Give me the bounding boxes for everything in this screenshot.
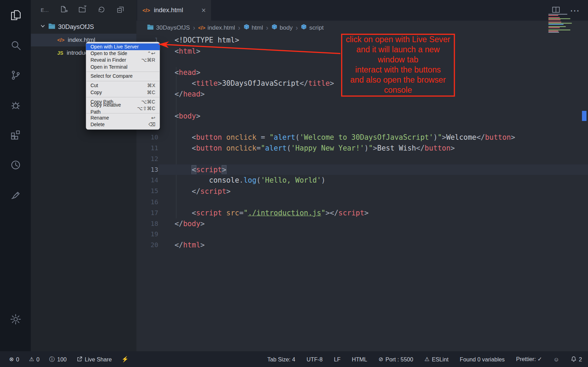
status-found-variables[interactable]: Found 0 variables	[460, 356, 505, 362]
menu-separator	[86, 71, 159, 72]
status-tab-size[interactable]: Tab Size: 4	[267, 356, 295, 362]
code-line-11[interactable]: 11 <button onclick="alert('Happy New Yea…	[136, 143, 588, 153]
tab-bar: </> index.html × ⋯	[136, 0, 588, 21]
code-line-9[interactable]: 9	[136, 121, 588, 132]
breadcrumb-item-html[interactable]: html	[243, 24, 263, 31]
code-line-15[interactable]: 15 </script>	[136, 186, 588, 197]
code-line-18[interactable]: 18</body>	[136, 218, 588, 229]
menu-item-copy[interactable]: Copy⌘C	[86, 89, 160, 96]
menu-item-label: Rename	[90, 115, 109, 121]
status-prettier[interactable]: Prettier: ✓	[516, 356, 542, 362]
tree-item-root-folder[interactable]: 30DaysOfJS	[31, 20, 137, 34]
minimap-line	[549, 30, 571, 30]
line-content: <script src="./introduction.js"></script…	[158, 207, 588, 218]
root-folder-label: 30DaysOfJS	[58, 23, 94, 31]
menu-item-delete[interactable]: Delete⌫	[86, 121, 160, 128]
line-number: 19	[136, 229, 158, 240]
status-live-server-port[interactable]: ⊘Port : 5500	[378, 356, 413, 362]
line-number: 10	[136, 132, 158, 143]
menu-item-label: Open to the Side	[90, 50, 127, 57]
code-line-16[interactable]: 16	[136, 197, 588, 207]
breadcrumb-separator: ›	[238, 24, 240, 32]
status-label: LF	[334, 356, 340, 362]
collapse-folders-icon[interactable]	[116, 6, 124, 15]
eslint-warning-icon: ⚠	[424, 356, 430, 362]
bell-icon	[571, 356, 576, 362]
line-content: </body>	[158, 218, 588, 229]
status-eol[interactable]: LF	[334, 356, 340, 362]
overview-ruler-marker	[582, 111, 587, 121]
menu-item-label: Select for Compare	[90, 73, 133, 80]
breadcrumb: 30DaysOfJS › </> index.html › html › bod…	[136, 21, 588, 35]
status-label: 0	[36, 356, 39, 362]
status-left: ⊗0⚠0ⓘ100Live Share⚡	[9, 355, 129, 362]
symbol-cube-icon	[271, 24, 277, 31]
menu-item-open-in-terminal[interactable]: Open in Terminal	[86, 64, 160, 70]
new-file-icon[interactable]	[60, 6, 68, 15]
code-line-14[interactable]: 14 console.log('Hello, World')	[136, 175, 588, 186]
new-folder-icon[interactable]	[78, 6, 86, 15]
annotation-box: click on open with Live Severand it will…	[341, 34, 455, 97]
refresh-icon[interactable]	[97, 6, 105, 15]
menu-item-label: Reveal in Finder	[90, 57, 126, 63]
port-icon: ⊘	[378, 356, 383, 362]
code-line-10[interactable]: 10 <button onclick = "alert('Welcome to …	[136, 132, 588, 143]
search-icon[interactable]	[0, 30, 31, 60]
status-error-count[interactable]: ⊗0	[9, 356, 19, 362]
breadcrumb-item-file[interactable]: </> index.html	[198, 24, 235, 31]
menu-separator	[86, 97, 159, 97]
line-content: <button onclick="alert('Happy New Year!'…	[158, 143, 588, 153]
status-encoding[interactable]: UTF-8	[307, 356, 323, 362]
code-line-12[interactable]: 12	[136, 153, 588, 164]
tab-index-html[interactable]: </> index.html ×	[137, 0, 211, 21]
line-content: console.log('Hello, World')	[158, 175, 588, 186]
code-line-19[interactable]: 19	[136, 229, 588, 240]
status-label: 100	[57, 356, 67, 362]
menu-item-rename[interactable]: Rename↩	[86, 115, 160, 121]
status-live-share[interactable]: Live Share	[76, 356, 112, 362]
code-line-8[interactable]: 8<body>	[136, 110, 588, 121]
html-file-icon: </>	[57, 37, 64, 43]
info-icon: ⓘ	[49, 355, 55, 362]
breadcrumb-item-script[interactable]: script	[301, 24, 324, 31]
line-number: 15	[136, 186, 158, 197]
status-label: HTML	[352, 356, 367, 362]
debug-icon[interactable]	[0, 90, 31, 120]
more-actions-icon[interactable]: ⋯	[570, 7, 580, 14]
close-tab-icon[interactable]: ×	[201, 6, 206, 15]
breadcrumb-item-body[interactable]: body	[271, 24, 293, 31]
line-content	[158, 197, 588, 207]
status-right: Tab Size: 4UTF-8LFHTML⊘Port : 5500⚠ESLin…	[267, 356, 582, 362]
menu-item-shortcut: ⌘C	[147, 89, 155, 96]
code-line-20[interactable]: 20</html>	[136, 240, 588, 251]
menu-item-copy-relative-path[interactable]: Copy Relative Path⌥⇧⌘C	[86, 105, 160, 112]
line-content: <body>	[158, 110, 588, 121]
explorer-icon[interactable]	[0, 0, 31, 30]
line-content	[158, 153, 588, 164]
menu-item-cut[interactable]: Cut⌘X	[86, 82, 160, 89]
menu-item-select-for-compare[interactable]: Select for Compare	[86, 73, 160, 80]
code-line-17[interactable]: 17 <script src="./introduction.js"></scr…	[136, 207, 588, 218]
menu-item-open-with-live-server[interactable]: Open with Live Server	[86, 44, 160, 50]
extensions-icon[interactable]	[0, 120, 31, 150]
status-label: Prettier: ✓	[516, 356, 542, 362]
pen-icon[interactable]	[0, 180, 31, 210]
status-thunder-client[interactable]: ⚡	[122, 356, 129, 362]
menu-item-shortcut: ⌘X	[147, 82, 155, 89]
clock-icon[interactable]	[0, 150, 31, 180]
status-notifications[interactable]: 2	[571, 356, 582, 362]
status-feedback[interactable]: ☺	[553, 356, 559, 362]
status-language-mode[interactable]: HTML	[352, 356, 367, 362]
symbol-cube-icon	[301, 24, 307, 31]
menu-item-reveal-in-finder[interactable]: Reveal in Finder⌥⌘R	[86, 57, 160, 63]
settings-gear-icon[interactable]	[0, 304, 31, 334]
code-line-13[interactable]: 13 <script>	[136, 164, 588, 175]
minimap[interactable]	[549, 14, 583, 33]
breadcrumb-item-folder[interactable]: 30DaysOfJS	[147, 24, 190, 31]
code-line-7[interactable]: 7	[136, 100, 588, 110]
status-warning-count[interactable]: ⚠0	[29, 356, 39, 362]
source-control-icon[interactable]	[0, 60, 31, 90]
status-eslint[interactable]: ⚠ESLint	[424, 356, 448, 362]
status-info-count[interactable]: ⓘ100	[49, 355, 67, 362]
menu-item-open-to-the-side[interactable]: Open to the Side⌃↩	[86, 50, 160, 57]
